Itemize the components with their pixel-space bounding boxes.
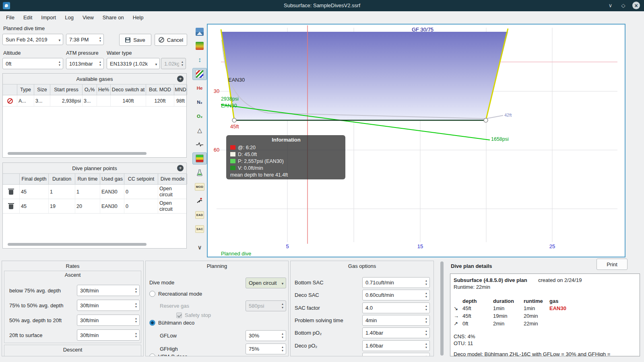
col-used-gas[interactable]: Used gas xyxy=(100,174,124,184)
deco-po2-spinner[interactable]: 1.60bar xyxy=(362,340,430,351)
menu-file[interactable]: File xyxy=(2,12,19,23)
save-button[interactable]: Save xyxy=(119,34,151,46)
spinner-arrows-icon[interactable] xyxy=(133,300,139,311)
close-window-icon[interactable]: × xyxy=(632,2,640,9)
atm-pressure-spinner[interactable]: 1013mbar xyxy=(66,58,104,69)
horizontal-scrollbar[interactable] xyxy=(8,243,147,246)
depth-tick: 60 xyxy=(214,147,219,153)
recreational-mode-radio[interactable]: Recreational mode xyxy=(149,291,202,297)
menu-view[interactable]: View xyxy=(78,12,98,23)
start-gas-label: EAN30 xyxy=(221,103,237,109)
deco-sac-spinner[interactable]: 0.60cuft/min xyxy=(362,290,430,300)
gas-row[interactable]: A... 3... 2,938psi 3... 140ft 120ft 98ft xyxy=(3,95,186,107)
col-mnd[interactable]: MND xyxy=(174,84,187,95)
spinner-arrows-icon[interactable] xyxy=(423,303,429,313)
spinner-arrows-icon[interactable] xyxy=(423,290,429,300)
maximize-window-icon[interactable]: ◇ xyxy=(619,2,627,9)
dive-point-handle[interactable] xyxy=(232,118,236,122)
add-dive-point-button[interactable]: + xyxy=(177,165,184,171)
spinner-arrows-icon[interactable] xyxy=(133,330,139,340)
col-bot-mod[interactable]: Bot. MOD xyxy=(146,84,174,95)
problem-time-spinner[interactable]: 4min xyxy=(362,315,430,326)
available-gases-panel: Available gases + Type Size Start press … xyxy=(2,73,187,158)
print-button[interactable]: Print xyxy=(597,259,627,270)
delete-point-icon[interactable] xyxy=(9,190,13,195)
dive-time-spinner[interactable]: 7:38 PM xyxy=(66,34,104,45)
spinner-arrows-icon[interactable] xyxy=(423,315,429,325)
col-he[interactable]: He% xyxy=(97,84,111,95)
planner-point-row[interactable]: 45 19 20 EAN30 0 Open circuit xyxy=(3,199,186,214)
dive-point-handle[interactable] xyxy=(484,118,488,122)
spinner-arrows-icon[interactable] xyxy=(423,341,429,351)
buhlmann-deco-radio[interactable]: Bühlmann deco xyxy=(149,320,194,326)
ascent-rate-20ft-spinner[interactable]: 30ft/min xyxy=(77,315,140,326)
shade-window-icon[interactable]: ∨ xyxy=(607,2,614,9)
vpmb-deco-radio[interactable]: VPM-B deco xyxy=(149,354,188,356)
ascent-rate-surface-spinner[interactable]: 30ft/min xyxy=(77,329,140,341)
depth-profile-area xyxy=(221,32,508,120)
col-deco-switch[interactable]: Deco switch at xyxy=(111,84,146,95)
menu-share-on[interactable]: Share on xyxy=(98,12,128,23)
col-start-press[interactable]: Start press xyxy=(50,84,83,95)
spinner-arrows-icon[interactable] xyxy=(133,285,139,296)
menu-help[interactable]: Help xyxy=(128,12,148,23)
delete-gas-icon[interactable] xyxy=(7,98,13,104)
gas-density-toggle-icon[interactable] xyxy=(192,167,207,179)
col-type[interactable]: Type xyxy=(17,84,34,95)
dive-mode-select[interactable]: Open circuit xyxy=(246,278,286,288)
diver-toggle-icon[interactable] xyxy=(192,195,207,207)
col-final-depth[interactable]: Final depth xyxy=(20,174,49,184)
spinner-arrows-icon[interactable] xyxy=(423,328,429,338)
ceiling-toggle-icon[interactable]: △ xyxy=(192,124,207,136)
col-dive-mode[interactable]: Dive mode xyxy=(158,174,187,184)
gfhigh-spinner[interactable]: 75% xyxy=(246,343,286,354)
spinner-arrows-icon[interactable] xyxy=(423,278,429,288)
water-type-select[interactable]: EN13319 (1.02k xyxy=(107,58,160,69)
spinner-arrows-icon[interactable] xyxy=(423,353,429,356)
ascent-rate-50-spinner[interactable]: 30ft/min xyxy=(77,300,140,311)
col-size[interactable]: Size xyxy=(34,84,50,95)
menu-import[interactable]: Import xyxy=(37,12,60,23)
photos-toggle-icon[interactable] xyxy=(192,26,207,38)
delete-point-icon[interactable] xyxy=(9,204,13,209)
bottom-po2-spinner[interactable]: 1.40bar xyxy=(362,327,430,338)
ascent-rate-75-spinner[interactable]: 30ft/min xyxy=(77,285,140,296)
spinner-arrows-icon[interactable] xyxy=(97,58,103,69)
phe-toggle-icon[interactable]: He xyxy=(192,82,207,94)
bottom-sac-spinner[interactable]: 0.71cuft/min xyxy=(362,277,430,288)
toolbar-more-icon[interactable]: ∨ xyxy=(192,241,207,253)
col-o2[interactable]: O₂% xyxy=(83,84,97,95)
dive-date-select[interactable]: Sun Feb 24, 2019 xyxy=(2,34,63,45)
heartrate-toggle-icon[interactable] xyxy=(192,138,207,150)
spinner-arrows-icon[interactable] xyxy=(279,344,286,354)
sac-factor-spinner[interactable]: 4.0 xyxy=(362,302,430,313)
gflow-spinner[interactable]: 30% xyxy=(246,330,286,341)
vertical-scrollbar[interactable] xyxy=(440,261,444,356)
add-cylinder-button[interactable]: + xyxy=(177,76,184,82)
mod-toggle-icon[interactable]: MOD xyxy=(192,181,207,193)
col-duration[interactable]: Duration xyxy=(49,174,75,184)
scale-toggle-icon[interactable]: ↕ xyxy=(192,54,207,66)
spinner-arrows-icon[interactable] xyxy=(279,331,286,341)
planner-point-row[interactable]: 45 1 1 EAN30 0 Open circuit xyxy=(3,185,186,199)
menu-log[interactable]: Log xyxy=(60,12,78,23)
dive-profile-chart[interactable]: GF 30/75 EAN30 2938psi EAN30 45ft 42ft 1… xyxy=(207,24,625,257)
menu-bar: File Edit Import Log View Share on Help xyxy=(0,11,644,23)
pn2-toggle-icon[interactable]: N₂ xyxy=(192,96,207,108)
horizontal-scrollbar[interactable] xyxy=(8,152,147,155)
cancel-button[interactable]: Cancel xyxy=(155,34,187,46)
altitude-spinner[interactable]: 0ft xyxy=(2,58,63,69)
ead-toggle-icon[interactable]: EAD xyxy=(192,209,207,221)
spinner-arrows-icon[interactable] xyxy=(97,34,103,45)
col-cc-setpoint[interactable]: CC setpoint xyxy=(124,174,158,184)
best-mix-end-spinner[interactable]: 98ft xyxy=(362,353,430,356)
pp-graphs-toggle-icon[interactable] xyxy=(192,68,207,80)
sac-toggle-icon[interactable]: SAC xyxy=(192,223,207,235)
tank-bar-toggle-icon[interactable] xyxy=(192,152,207,165)
col-run-time[interactable]: Run time xyxy=(75,174,100,184)
spinner-arrows-icon[interactable] xyxy=(133,315,139,325)
po2-heatmap-icon[interactable] xyxy=(192,40,207,52)
spinner-arrows-icon[interactable] xyxy=(56,58,63,69)
menu-edit[interactable]: Edit xyxy=(19,12,37,23)
po2-toggle-icon[interactable]: O₂ xyxy=(192,110,207,122)
